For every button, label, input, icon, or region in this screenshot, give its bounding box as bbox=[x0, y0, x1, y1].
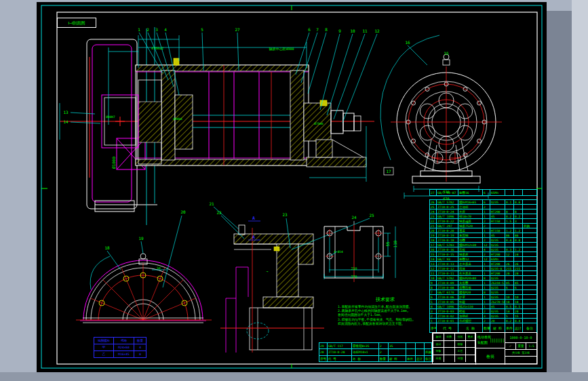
table-cell: 名 称 bbox=[458, 323, 483, 332]
table-cell bbox=[523, 189, 537, 195]
table-cell: M24×60 bbox=[114, 344, 134, 350]
table-cell: 12 bbox=[505, 252, 514, 256]
table-cell: 处数 bbox=[444, 333, 455, 340]
table-cell: 轴承7520 bbox=[458, 223, 483, 228]
table-cell: 25 bbox=[430, 204, 437, 209]
table-cell: JT10-0-28 bbox=[328, 348, 352, 355]
table-cell bbox=[514, 242, 523, 247]
table-cell: 6 bbox=[430, 294, 437, 299]
table-cell bbox=[523, 214, 537, 218]
window-shadow bbox=[547, 11, 572, 372]
table-row: 12JT10-0-12筒体1Q235-A215215 bbox=[430, 266, 538, 270]
table-cell: 215 bbox=[514, 266, 523, 270]
table-cell: 键18×70 bbox=[458, 214, 483, 218]
table-cell: 注油杯 bbox=[458, 204, 483, 209]
table-cell: Q235 bbox=[490, 289, 505, 294]
table-cell bbox=[523, 233, 537, 237]
table-cell: 数量 bbox=[483, 323, 490, 332]
weight-label: 重量 bbox=[516, 343, 527, 349]
table-cell: 单件 bbox=[505, 323, 514, 332]
table-cell: JT10-0-09 bbox=[437, 280, 458, 285]
table-cell: 13 bbox=[430, 261, 437, 266]
balloon-number: 1 bbox=[138, 28, 140, 32]
table-cell: 筒体 bbox=[458, 266, 483, 270]
table-cell: 26 bbox=[514, 261, 523, 266]
balloon-number: 24 bbox=[351, 216, 356, 220]
stage-marks: ⁄⁄⁄ bbox=[505, 343, 516, 349]
table-row: 29GB/T 117圆锥销8×35235 bbox=[319, 342, 433, 348]
dimension-text: Ø80H7 bbox=[106, 115, 115, 119]
dimension-text: 530 bbox=[443, 190, 449, 194]
table-cell: 1 bbox=[483, 304, 490, 308]
table-cell: 22 bbox=[430, 218, 437, 223]
table-cell bbox=[523, 280, 537, 285]
table-cell: 更改 bbox=[466, 333, 475, 340]
table-cell: 45 bbox=[505, 280, 514, 285]
dimension-text: 110 bbox=[393, 241, 397, 248]
table-cell: GB/T 117 bbox=[328, 342, 352, 348]
table-cell: 校核 bbox=[455, 340, 466, 348]
table-cell: 护罩 bbox=[458, 294, 483, 299]
table-cell: 26 bbox=[505, 261, 514, 266]
view-label: Ⅰ—Ⅰ剖面图 bbox=[57, 18, 96, 28]
table-cell bbox=[523, 261, 537, 266]
table-cell: 0.3 bbox=[505, 247, 514, 252]
table-cell: HT150 bbox=[490, 228, 505, 233]
table-cell: JT10-0-18 bbox=[437, 237, 458, 242]
table-cell: GB/T 6170 bbox=[437, 289, 458, 294]
table-cell: 6 bbox=[483, 189, 490, 195]
table-row: 2JT10-0-02加强环3Q235515 bbox=[430, 313, 538, 318]
table-cell bbox=[523, 294, 537, 299]
table-row: 19JT10-0-19卷筒轴1458686 bbox=[430, 233, 538, 237]
balloon-number: 23 bbox=[282, 213, 287, 217]
table-cell: 2 bbox=[483, 237, 490, 242]
table-cell: JT10-0-12 bbox=[437, 266, 458, 270]
table-cell: 1 bbox=[483, 214, 490, 218]
part-name: 卷筒 bbox=[476, 348, 505, 365]
table-cell: M16×45 bbox=[114, 350, 134, 357]
revision-ticks: |||||||| bbox=[490, 338, 504, 342]
table-cell: Q235 bbox=[490, 237, 505, 242]
table-cell: GB/T 1096 bbox=[437, 304, 458, 308]
table-cell: 0.4 bbox=[505, 237, 514, 242]
table-cell: Q235-A bbox=[490, 266, 505, 270]
section-mark: A bbox=[252, 235, 255, 239]
table-cell: 45 bbox=[490, 214, 505, 218]
table-cell: 幅板 bbox=[458, 308, 483, 313]
table-cell bbox=[505, 223, 514, 228]
table-cell: 10 bbox=[430, 275, 437, 280]
table-cell: 工艺 bbox=[455, 347, 466, 355]
table-cell: 垫圈16 bbox=[458, 189, 483, 195]
table-cell: 4 bbox=[134, 344, 146, 350]
table-cell: 65Mn bbox=[490, 256, 505, 261]
table-cell bbox=[490, 223, 505, 228]
table-cell: 12 bbox=[430, 266, 437, 270]
balloon-number: 27 bbox=[235, 28, 239, 32]
table-cell: 11 bbox=[430, 270, 437, 275]
table-cell: 1.2 bbox=[514, 247, 523, 252]
table-cell bbox=[406, 348, 416, 355]
table-cell bbox=[514, 289, 523, 294]
table-cell bbox=[505, 242, 514, 247]
table-cell: JT10-0-01 bbox=[437, 318, 458, 323]
table-cell: 名 称 bbox=[352, 355, 379, 361]
table-cell: 5 bbox=[505, 313, 514, 318]
table-cell: JT10-0-25 bbox=[437, 204, 458, 209]
table-row: 25JT10-0-25注油杯2 bbox=[430, 204, 538, 209]
table-cell bbox=[444, 347, 455, 355]
table-row: 1JT10-0-01吊环螺钉2200.20.4 bbox=[430, 318, 538, 323]
table-cell: 24 bbox=[514, 252, 523, 256]
table-cell: 28 bbox=[319, 348, 328, 355]
table-cell: JT10-0-19 bbox=[437, 233, 458, 237]
table-cell bbox=[523, 256, 537, 261]
table-cell: GB/T 1096 bbox=[437, 214, 458, 218]
table-cell: 1 bbox=[483, 285, 490, 289]
dimension-text: Ø90k6 bbox=[173, 117, 182, 121]
table-row: 18JT10-0-18挡圈2Q2350.40.8 bbox=[430, 237, 538, 242]
table-row: 14GB/T 93垫圈121265Mn bbox=[430, 256, 538, 261]
table-row: 乙M16×458 bbox=[94, 350, 146, 357]
table-cell: 大齿圈 bbox=[458, 280, 483, 285]
table-cell: 0.2 bbox=[514, 214, 523, 218]
table-cell bbox=[523, 313, 537, 318]
table-row: 15JT10-0-15轴承座2HT2001224 bbox=[430, 252, 538, 256]
